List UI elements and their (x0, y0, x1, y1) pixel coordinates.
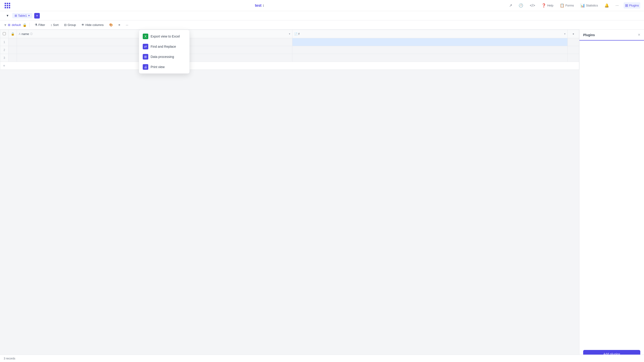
name-col-type-icon: A (19, 33, 20, 36)
print-view-label: Print view (150, 65, 165, 69)
views-toggle[interactable]: ▼ (4, 13, 11, 18)
name-col-expand-icon[interactable]: ▾ (289, 33, 290, 36)
default-view-label: default (12, 23, 21, 27)
cell-extra-3 (568, 54, 579, 62)
more-toolbar-button[interactable]: ··· (124, 22, 131, 28)
share-icon: ↗ (509, 3, 512, 8)
print-view-icon: 🖨 (143, 64, 148, 70)
plugins-panel: Plugins × Add plugins (579, 30, 644, 362)
help-label: Help (547, 4, 553, 7)
table-tabs: ▼ ⊞ Table1 ▼ + (0, 11, 644, 20)
code-icon: </> (530, 4, 535, 8)
statistics-button[interactable]: 📊 Statistics (579, 2, 599, 9)
print-view-item[interactable]: 🖨 Print view (139, 62, 190, 72)
view-type-icon: ⊞ (8, 23, 10, 27)
cell-f-3[interactable] (292, 54, 568, 62)
f-col-expand-icon[interactable]: ▾ (564, 33, 566, 36)
chevron-down-icon: ▼ (6, 14, 9, 17)
export-excel-label: Export view to Excel (150, 35, 180, 38)
top-nav: test ℹ ↗ 🕐 </> ❓ Help 📋 Forms 📊 Statisti… (0, 0, 644, 11)
dropdown-menu: X Export view to Excel ⇄ Find and Replac… (139, 30, 190, 74)
row-height-button[interactable]: ≡ (116, 22, 122, 28)
th-f[interactable]: 📄 f ▾ (292, 30, 568, 38)
plugins-close-button[interactable]: × (638, 33, 640, 37)
more-icon: ··· (616, 4, 618, 8)
table-row: 2 (0, 46, 579, 54)
th-add-column[interactable]: + (568, 30, 579, 38)
table-tab-chevron: ▼ (28, 14, 30, 17)
paint-icon: 🎨 (109, 23, 113, 27)
data-table: 🔒 A name ⓘ ▾ 📄 f (0, 30, 579, 70)
filter-button[interactable]: ⚗ Filter (32, 22, 48, 28)
name-col-info-icon[interactable]: ⓘ (30, 32, 32, 36)
sort-label: Sort (53, 23, 58, 27)
filter-label: Filter (38, 23, 45, 27)
group-label: Group (68, 23, 76, 27)
help-icon: ❓ (542, 3, 546, 8)
table-row: 1 (0, 38, 579, 46)
select-all-checkbox[interactable] (3, 32, 6, 35)
row-num-2: 2 (0, 46, 8, 54)
row-num-3: 3 (0, 54, 8, 62)
cell-f-1[interactable] (292, 38, 568, 46)
status-bar: 3 records (0, 354, 644, 362)
statistics-label: Statistics (586, 4, 598, 7)
help-button[interactable]: ❓ Help (540, 2, 555, 9)
more-toolbar-icon: ··· (126, 23, 128, 27)
group-button[interactable]: ⊟ Group (62, 22, 78, 28)
data-processing-label: Data processing (150, 55, 174, 59)
table-tab-label: Table1 (18, 14, 27, 17)
code-button[interactable]: </> (528, 3, 536, 9)
table-row: 3 (0, 54, 579, 62)
th-checkbox[interactable] (0, 30, 8, 38)
add-table-button[interactable]: + (34, 13, 40, 19)
plugins-nav-button[interactable]: ⊞ Plugins (624, 2, 640, 9)
find-replace-label: Find and Replace (150, 45, 176, 48)
plugins-nav-label: Plugins (629, 4, 639, 7)
f-col-label: f (299, 32, 300, 36)
filter-icon: ⚗ (35, 23, 38, 27)
forms-icon: 📋 (560, 3, 564, 8)
more-options-button[interactable]: ··· (614, 3, 620, 9)
add-row-plus[interactable]: + (0, 63, 8, 69)
top-nav-center: test ℹ (255, 4, 264, 8)
forms-label: Forms (565, 4, 574, 7)
row-checkbox-3[interactable] (8, 54, 17, 62)
paint-button[interactable]: 🎨 (107, 22, 115, 28)
main-area: 🔒 A name ⓘ ▾ 📄 f (0, 30, 644, 362)
add-row: + (0, 62, 579, 70)
f-col-type-icon: 📄 (294, 33, 298, 36)
cell-f-2[interactable] (292, 46, 568, 54)
hide-icon: 👁 (82, 23, 84, 27)
plugins-header: Plugins × (580, 30, 644, 41)
plugins-title: Plugins (583, 33, 595, 37)
find-replace-item[interactable]: ⇄ Find and Replace (139, 42, 190, 52)
export-excel-item[interactable]: X Export view to Excel (139, 31, 190, 42)
history-button[interactable]: 🕐 (517, 2, 525, 9)
cell-extra-2 (568, 46, 579, 54)
data-processing-icon: ⊞ (143, 54, 148, 60)
share-button[interactable]: ↗ (508, 2, 514, 9)
bell-icon: 🔔 (604, 3, 609, 8)
row-height-icon: ≡ (118, 23, 120, 27)
plus-icon: + (36, 14, 38, 18)
export-excel-icon: X (143, 34, 148, 39)
view-icon: ▼ (4, 23, 7, 27)
th-lock: 🔒 (8, 30, 17, 38)
table-tab-table1[interactable]: ⊞ Table1 ▼ (12, 13, 32, 18)
info-icon[interactable]: ℹ (263, 4, 264, 8)
hide-columns-button[interactable]: 👁 Hide columns (79, 22, 106, 28)
add-row-cell[interactable]: + (0, 62, 579, 70)
notifications-button[interactable]: 🔔 (603, 2, 610, 9)
data-processing-item[interactable]: ⊞ Data processing (139, 52, 190, 62)
row-checkbox-2[interactable] (8, 46, 17, 54)
app-icon[interactable] (4, 2, 11, 9)
statistics-icon: 📊 (580, 3, 585, 8)
table-area: 🔒 A name ⓘ ▾ 📄 f (0, 30, 579, 362)
forms-button[interactable]: 📋 Forms (558, 2, 575, 9)
row-checkbox-1[interactable] (8, 38, 17, 46)
add-column-icon: + (572, 32, 574, 36)
find-replace-icon: ⇄ (143, 44, 148, 49)
sort-button[interactable]: ↕ Sort (48, 22, 61, 28)
lock-icon: 🔒 (23, 23, 26, 27)
